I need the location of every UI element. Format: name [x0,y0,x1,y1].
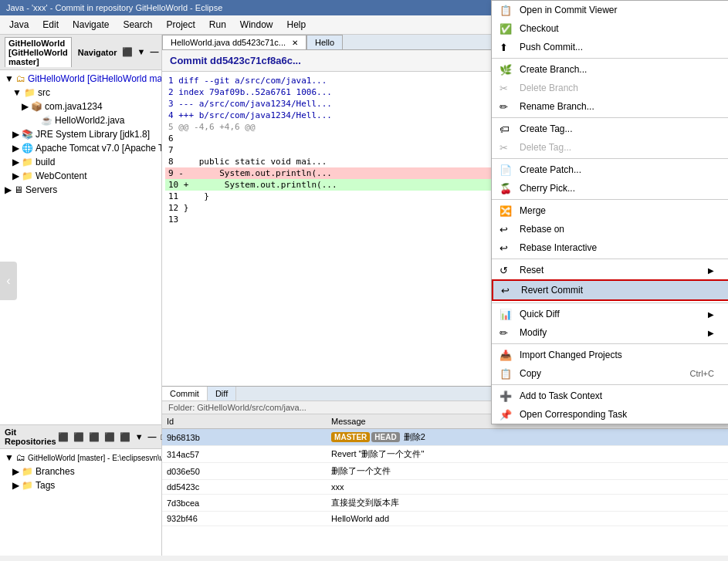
ctx-item-quick-diff[interactable]: 📊Quick Diff▶ [492,305,728,323]
open-commit-viewer-icon: 📋 [499,5,512,16]
quick-diff-label: Quick Diff [520,309,560,319]
tree-item-tomcat[interactable]: ▶🌐Apache Tomcat v7.0 [Apache Tomcat v7.0… [2,141,160,155]
git-repos-tree: ▼🗂 GitHelloWorld [master] - E:\eclipsesv… [0,449,161,556]
title-text: Java - 'xxx' - Commit in repository GitH… [6,3,222,12]
history-row[interactable]: d036e50删除了一个文件 [162,463,728,480]
git-panel-icon4[interactable]: ⬛ [103,431,117,443]
git-tags-item[interactable]: ▶📁Tags [2,478,160,492]
panel-menu-icon[interactable]: ▼ [136,46,147,58]
history-row[interactable]: 314ac57Revert "删除了一个文件" [162,446,728,463]
git-panel-icon2[interactable]: ⬛ [72,431,86,443]
push-commit-icon: ⬆ [499,42,508,53]
history-row[interactable]: 932bf46HelloWorld add [162,512,728,526]
cherry-pick-icon: 🍒 [499,183,512,194]
git-panel-icon3[interactable]: ⬛ [87,431,101,443]
navigator-tab[interactable]: Navigator [75,47,120,58]
git-repo-item[interactable]: ▼🗂 GitHelloWorld [master] - E:\eclipsesv… [2,451,160,465]
ctx-item-create-tag[interactable]: 🏷Create Tag... [492,120,728,138]
history-cell-id: 314ac57 [162,446,327,463]
menu-navigate[interactable]: Navigate [66,17,115,32]
git-panel-icon1[interactable]: ⬛ [56,431,70,443]
git-repos-header: Git Repositories ⬛ ⬛ ⬛ ⬛ ⬛ ▼ — □ [0,425,161,449]
tree-item-src[interactable]: ▼📁src [2,86,160,100]
ctx-item-open-commit-viewer[interactable]: 📋Open in Commit Viewer [492,1,728,19]
ctx-item-merge[interactable]: 🔀Merge [492,201,728,220]
git-repos-title: Git Repositories [5,428,56,446]
ctx-item-rebase-interactive[interactable]: ↩Rebase Interactive [492,238,728,257]
history-area: Folder: GitHelloWorld/src/com/java... Id… [162,401,728,556]
ctx-item-revert-commit[interactable]: ↩Revert Commit [492,279,728,301]
history-cell-message: xxx [327,480,728,495]
menu-run[interactable]: Run [203,17,232,32]
menu-search[interactable]: Search [117,17,158,32]
package-explorer-tab[interactable]: GitHelloWorld [GitHelloWorld master] [5,37,72,67]
menu-project[interactable]: Project [160,17,201,32]
history-cell-message: MASTERHEAD 删除2 [327,429,728,446]
commit-title: Commit dd5423c71cf8a6c... [170,55,301,66]
minimize-icon[interactable]: — [148,46,160,58]
git-panel-min[interactable]: — [147,431,158,443]
copy-shortcut: Ctrl+C [690,369,714,378]
rebase-interactive-label: Rebase Interactive [520,242,597,253]
tree-item-jre[interactable]: ▶📚JRE System Library [jdk1.8] [2,127,160,141]
editor-tab-label-2: Hello [315,38,334,47]
ctx-item-reset[interactable]: ↺Reset▶ [492,261,728,279]
ctx-separator [492,199,728,200]
modify-label: Modify [520,327,547,338]
tab-commit[interactable]: Commit [162,387,208,400]
tree-item-webcontent[interactable]: ▶📁WebContent [2,169,160,183]
history-row[interactable]: 9b6813bMASTERHEAD 删除2 [162,429,728,446]
copy-label: Copy [520,368,541,379]
open-corresponding-task-label: Open Corresponding Task [520,409,627,420]
tree-item-com[interactable]: ▶📦com.java1234 [2,100,160,113]
add-task-context-label: Add to Task Context [520,390,602,401]
push-commit-label: Push Commit... [520,42,583,52]
ctx-item-open-corresponding-task[interactable]: 📌Open Corresponding Task [492,405,728,424]
nav-arrow[interactable]: ‹ [0,262,17,300]
delete-tag-label: Delete Tag... [520,142,571,153]
rebase-on-icon: ↩ [499,224,508,235]
history-row[interactable]: dd5423cxxx [162,480,728,495]
ctx-item-copy[interactable]: 📋CopyCtrl+C [492,364,728,383]
reset-label: Reset [520,265,543,275]
rename-branch-icon: ✏ [499,101,508,113]
ctx-separator [492,259,728,259]
tree-item-servers[interactable]: ▶🖥Servers [2,183,160,197]
git-panel: Git Repositories ⬛ ⬛ ⬛ ⬛ ⬛ ▼ — □ ▼🗂 GitH… [0,424,161,556]
ctx-item-rebase-on[interactable]: ↩Rebase on [492,220,728,238]
history-table[interactable]: Id Message 9b6813bMASTERHEAD 删除2314ac57R… [162,414,728,556]
cherry-pick-label: Cherry Pick... [520,183,575,194]
checkout-label: Checkout [520,23,559,34]
editor-tab-hello[interactable]: Hello [306,35,343,49]
tree-item-helloworld2[interactable]: ☕HelloWorld2.java [2,113,160,127]
history-cell-message: 直接提交到版本库 [327,495,728,512]
delete-tag-icon: ✂ [499,142,508,154]
close-tab-1-icon[interactable]: ✕ [292,39,298,47]
tab-diff[interactable]: Diff [208,387,236,400]
quick-diff-icon: 📊 [499,309,512,320]
ctx-item-push-commit[interactable]: ⬆Push Commit... [492,38,728,56]
ctx-item-modify[interactable]: ✏Modify▶ [492,323,728,342]
ctx-item-cherry-pick[interactable]: 🍒Cherry Pick... [492,179,728,198]
editor-tab-helloworld[interactable]: HelloWorld.java dd5423c71c... ✕ [162,35,306,49]
git-panel-menu[interactable]: ▼ [134,431,145,443]
tree-item-githelloworld[interactable]: ▼🗂 GitHelloWorld [GitHelloWorld master] [2,72,160,86]
ctx-item-create-branch[interactable]: 🌿Create Branch... [492,60,728,79]
sync-icon[interactable]: ⬛ [120,46,134,58]
revert-commit-icon: ↩ [501,285,510,296]
menu-help[interactable]: Help [281,17,313,32]
git-panel-icon5[interactable]: ⬛ [118,431,132,443]
ctx-item-import-changed[interactable]: 📥Import Changed Projects [492,346,728,364]
ctx-separator [492,158,728,159]
history-row[interactable]: 7d3bcea直接提交到版本库 [162,495,728,512]
ctx-item-rename-branch[interactable]: ✏Rename Branch... [492,97,728,116]
ctx-item-checkout[interactable]: ✅Checkout [492,19,728,38]
menu-window[interactable]: Window [234,17,279,32]
ctx-item-add-task-context[interactable]: ➕Add to Task Context [492,387,728,405]
git-branches-item[interactable]: ▶📁Branches [2,465,160,478]
menu-edit[interactable]: Edit [36,17,65,32]
import-changed-icon: 📥 [499,350,512,361]
ctx-item-create-patch[interactable]: 📄Create Patch... [492,161,728,179]
tree-item-build[interactable]: ▶📁build [2,155,160,169]
menu-java[interactable]: Java [3,17,35,32]
